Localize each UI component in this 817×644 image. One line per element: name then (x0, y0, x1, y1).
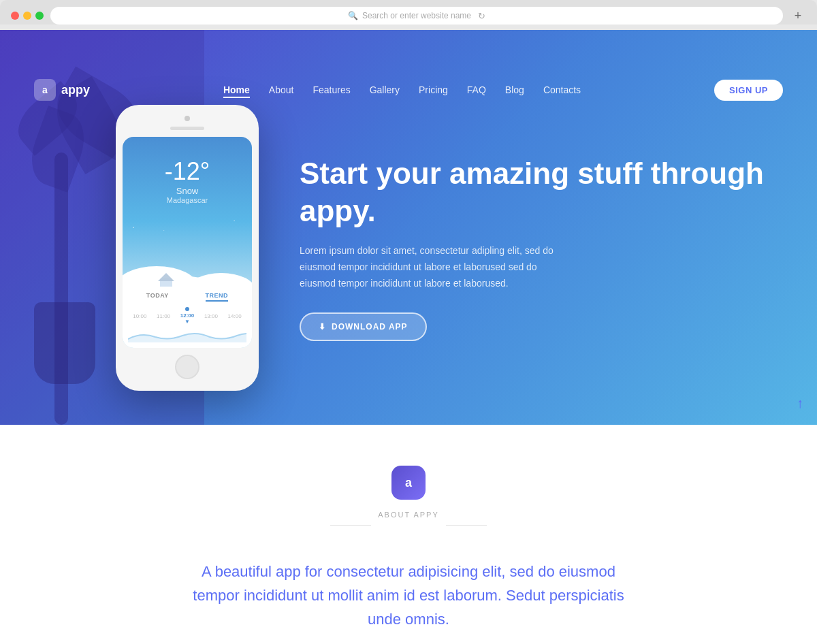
time-1300: 13:00 (204, 313, 218, 319)
download-label: DOWNLOAD APP (332, 322, 408, 332)
nav-link-pricing[interactable]: Pricing (419, 84, 448, 95)
nav-item-gallery[interactable]: Gallery (370, 84, 400, 96)
phone-camera (185, 116, 190, 121)
nav-item-faq[interactable]: FAQ (467, 84, 486, 96)
about-logo-icon: a (391, 466, 426, 500)
time-1200: 12:00 ▼ (180, 307, 194, 325)
hero-headline: Start your amazing stuff through appy. (300, 155, 783, 229)
close-button[interactable] (11, 12, 19, 20)
nav-links: Home About Features Gallery Pricing FAQ … (223, 84, 581, 96)
search-icon: 🔍 (348, 11, 358, 20)
minimize-button[interactable] (23, 12, 31, 20)
phone-screen: -12° Snow Madagascar • • • (123, 137, 252, 348)
wave-chart (128, 329, 246, 342)
hero-text: Start your amazing stuff through appy. L… (300, 155, 783, 340)
download-button[interactable]: ⬇ DOWNLOAD APP (300, 312, 427, 341)
nav-link-gallery[interactable]: Gallery (370, 84, 400, 95)
about-section: a ABOUT APPY A beautiful app for consect… (0, 425, 817, 644)
phone-location: Madagascar (131, 196, 244, 204)
logo-icon: a (34, 79, 56, 101)
nav-link-blog[interactable]: Blog (505, 84, 524, 95)
refresh-icon[interactable]: ↻ (478, 11, 485, 21)
nav-link-faq[interactable]: FAQ (467, 84, 486, 95)
address-text: Search or enter website name (362, 11, 471, 20)
phone-weather: Snow (131, 186, 244, 196)
about-heading: A beautiful app for consectetur adipisic… (191, 560, 626, 632)
hero-content: -12° Snow Madagascar • • • (0, 64, 817, 391)
signup-button[interactable]: SIGN UP (714, 80, 783, 101)
time-1000: 10:00 (133, 313, 146, 319)
nav-item-blog[interactable]: Blog (505, 84, 524, 96)
nav-item-home[interactable]: Home (223, 84, 250, 96)
nav-link-about[interactable]: About (269, 84, 294, 95)
about-label: ABOUT APPY (378, 511, 439, 519)
scroll-top-button[interactable]: ↑ (797, 396, 803, 411)
address-bar[interactable]: 🔍 Search or enter website name ↻ (50, 7, 783, 25)
nav-item-features[interactable]: Features (313, 84, 350, 96)
phone-tabs: TODAY TREND 10:00 11:00 (123, 287, 252, 348)
phone-home-button[interactable] (175, 355, 199, 379)
traffic-lights (11, 12, 44, 20)
divider-line-right (446, 525, 487, 526)
snow-dot-3: • (163, 229, 164, 232)
about-logo-letter: a (405, 476, 412, 490)
nav-link-features[interactable]: Features (313, 84, 350, 95)
phone-timeline: 10:00 11:00 12:00 ▼ (128, 304, 246, 327)
snow-dot-2: • (234, 219, 235, 223)
logo[interactable]: a appy (34, 79, 90, 101)
phone-device: -12° Snow Madagascar • • • (116, 105, 259, 391)
nav-link-contacts[interactable]: Contacts (543, 84, 581, 95)
phone-temperature: -12° (131, 157, 244, 186)
nav-item-pricing[interactable]: Pricing (419, 84, 448, 96)
divider-line-left (330, 525, 371, 526)
nav-link-home[interactable]: Home (223, 84, 250, 98)
snow-roof (158, 273, 174, 281)
logo-name: appy (61, 83, 90, 97)
nav-item-contacts[interactable]: Contacts (543, 84, 581, 96)
tab-trend[interactable]: TREND (206, 292, 229, 302)
tab-today[interactable]: TODAY (146, 292, 169, 302)
time-1400: 14:00 (228, 313, 242, 319)
hero-subtext: Lorem ipsum dolor sit amet, consectetur … (300, 243, 558, 291)
time-marker-arrow: ▼ (180, 319, 194, 325)
about-divider: ABOUT APPY (34, 511, 783, 539)
browser-chrome: 🔍 Search or enter website name ↻ + (0, 0, 817, 25)
maximize-button[interactable] (35, 12, 44, 20)
new-tab-button[interactable]: + (790, 7, 806, 24)
time-1100: 11:00 (157, 313, 170, 319)
website-content: a appy Home About Features Gallery Prici… (0, 30, 817, 644)
navbar: a appy Home About Features Gallery Prici… (0, 69, 817, 110)
phone-speaker (170, 127, 204, 130)
nav-item-about[interactable]: About (269, 84, 294, 96)
phone-tab-labels: TODAY TREND (128, 292, 246, 302)
download-icon: ⬇ (319, 322, 326, 332)
phone-mockup: -12° Snow Madagascar • • • (116, 105, 259, 391)
snow-dot-1: • (133, 225, 134, 229)
